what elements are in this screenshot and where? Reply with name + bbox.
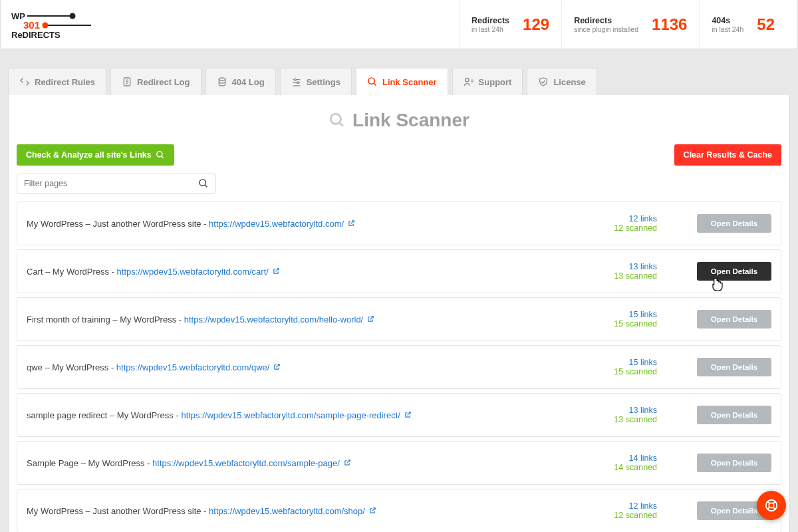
row-stats: 15 links 15 scanned xyxy=(577,358,657,376)
scanned-count: 12 scanned xyxy=(614,223,657,233)
tab-label: Settings xyxy=(307,77,340,87)
help-fab[interactable] xyxy=(757,491,786,520)
scanned-count: 13 scanned xyxy=(614,271,657,281)
content-panel: Link Scanner Check & Analyze all site's … xyxy=(8,95,790,532)
row-title: qwe – My WordPress - https://wpdev15.web… xyxy=(27,362,577,372)
external-link-icon[interactable] xyxy=(404,411,412,418)
row-stats: 12 links 12 scanned xyxy=(577,214,657,233)
nav-tabs: Redirect RulesRedirect Log404 LogSetting… xyxy=(8,68,790,95)
row-url[interactable]: https://wpdev15.webfactoryltd.com/shop/ xyxy=(209,506,365,516)
row-title: My WordPress – Just another WordPress si… xyxy=(27,219,577,229)
row-url[interactable]: https://wpdev15.webfactoryltd.com/sample… xyxy=(181,410,400,420)
tab-license[interactable]: License xyxy=(527,68,597,95)
stat-title: Redirects xyxy=(574,16,638,25)
links-count: 12 links xyxy=(629,214,657,223)
page-title: Link Scanner xyxy=(9,95,789,144)
svg-text:301: 301 xyxy=(23,19,40,31)
filter-wrap xyxy=(9,174,789,201)
svg-text:ReDIRECTS: ReDIRECTS xyxy=(11,30,61,39)
external-link-icon[interactable] xyxy=(273,267,280,275)
stat-value: 129 xyxy=(523,15,549,34)
arrows-icon xyxy=(19,76,30,87)
row-url[interactable]: https://wpdev15.webfactoryltd.com/cart/ xyxy=(117,267,269,277)
open-details-button[interactable]: Open Details xyxy=(697,310,771,329)
row-stats: 15 links 15 scanned xyxy=(577,310,657,329)
row-title: My WordPress – Just another WordPress si… xyxy=(27,506,577,516)
page-result-row: Sample Page – My WordPress - https://wpd… xyxy=(17,441,781,485)
svg-point-20 xyxy=(465,78,468,82)
tab-redirect-rules[interactable]: Redirect Rules xyxy=(8,68,106,95)
row-title: Sample Page – My WordPress - https://wpd… xyxy=(27,458,577,468)
svg-point-25 xyxy=(156,152,162,157)
db-icon xyxy=(217,76,227,87)
tab-label: Link Scanner xyxy=(382,77,437,87)
tab-settings[interactable]: Settings xyxy=(280,68,352,95)
links-count: 15 links xyxy=(629,310,657,319)
header-bar: WP 301 ReDIRECTS Redirectsin last 24h129… xyxy=(0,0,798,49)
open-details-button[interactable]: Open Details xyxy=(697,454,771,472)
svg-line-31 xyxy=(767,501,770,504)
svg-line-32 xyxy=(773,501,776,504)
external-link-icon[interactable] xyxy=(367,315,374,323)
stat-title: 404s xyxy=(712,16,743,25)
filter-input[interactable] xyxy=(24,179,198,188)
row-stats: 12 links 12 scanned xyxy=(577,501,657,520)
external-link-icon[interactable] xyxy=(344,459,351,466)
svg-point-30 xyxy=(769,503,773,507)
external-link-icon[interactable] xyxy=(273,363,281,370)
sliders-icon xyxy=(291,76,302,87)
tab-label: 404 Log xyxy=(232,77,265,87)
stat-sub: in last 24h xyxy=(471,25,509,33)
svg-point-5 xyxy=(43,22,49,28)
stat-block: Redirectssince plugin installed1136 xyxy=(561,0,699,49)
svg-point-18 xyxy=(368,78,374,84)
shield-icon xyxy=(538,76,549,87)
page-result-row: sample page redirect – My WordPress - ht… xyxy=(17,393,781,437)
external-link-icon[interactable] xyxy=(369,507,376,514)
tab-label: Support xyxy=(479,77,512,87)
links-count: 13 links xyxy=(629,262,657,271)
tab-link-scanner[interactable]: Link Scanner xyxy=(356,68,448,95)
links-count: 13 links xyxy=(629,406,657,415)
external-link-icon[interactable] xyxy=(348,219,355,227)
links-count: 15 links xyxy=(629,358,657,367)
results-list: My WordPress – Just another WordPress si… xyxy=(9,201,789,532)
page-title-text: Link Scanner xyxy=(352,110,469,131)
stat-title: Redirects xyxy=(471,16,509,25)
search-icon xyxy=(329,112,346,129)
page-result-row: My WordPress – Just another WordPress si… xyxy=(17,489,781,532)
page-result-row: qwe – My WordPress - https://wpdev15.web… xyxy=(17,345,781,389)
row-url[interactable]: https://wpdev15.webfactoryltd.com/ xyxy=(209,219,344,229)
svg-point-23 xyxy=(331,114,340,124)
open-details-button[interactable]: Open Details xyxy=(697,358,771,376)
action-bar: Check & Analyze all site's Links Clear R… xyxy=(9,144,789,174)
check-analyze-button[interactable]: Check & Analyze all site's Links xyxy=(17,144,174,166)
tab-support[interactable]: Support xyxy=(452,68,523,95)
tab-redirect-log[interactable]: Redirect Log xyxy=(110,68,201,95)
svg-point-14 xyxy=(294,78,296,80)
row-title: First month of training – My WordPress -… xyxy=(27,315,577,325)
open-details-button[interactable]: Open Details xyxy=(697,262,771,281)
links-count: 14 links xyxy=(629,454,657,463)
clear-results-button[interactable]: Clear Results & Cache xyxy=(674,144,781,166)
open-details-button[interactable]: Open Details xyxy=(697,214,771,233)
stat-block: Redirectsin last 24h129 xyxy=(459,0,561,49)
stat-sub: since plugin installed xyxy=(574,25,638,33)
tab-404-log[interactable]: 404 Log xyxy=(205,68,276,95)
svg-point-27 xyxy=(200,180,205,186)
support-icon xyxy=(464,76,474,87)
header-stats: Redirectsin last 24h129Redirectssince pl… xyxy=(459,0,787,49)
row-url[interactable]: https://wpdev15.webfactoryltd.com/hello-… xyxy=(184,315,364,325)
row-stats: 13 links 13 scanned xyxy=(577,406,657,424)
open-details-button[interactable]: Open Details xyxy=(697,406,771,424)
svg-point-16 xyxy=(297,82,299,84)
filter-pages-field[interactable] xyxy=(17,174,216,194)
svg-line-24 xyxy=(339,122,342,126)
row-url[interactable]: https://wpdev15.webfactoryltd.com/sample… xyxy=(152,458,340,468)
scanned-count: 14 scanned xyxy=(614,463,657,472)
stat-value: 1136 xyxy=(652,15,687,34)
tab-label: Redirect Rules xyxy=(35,77,95,87)
row-url[interactable]: https://wpdev15.webfactoryltd.com/qwe/ xyxy=(116,362,270,372)
svg-line-34 xyxy=(773,507,776,510)
page-result-row: My WordPress – Just another WordPress si… xyxy=(17,201,781,245)
